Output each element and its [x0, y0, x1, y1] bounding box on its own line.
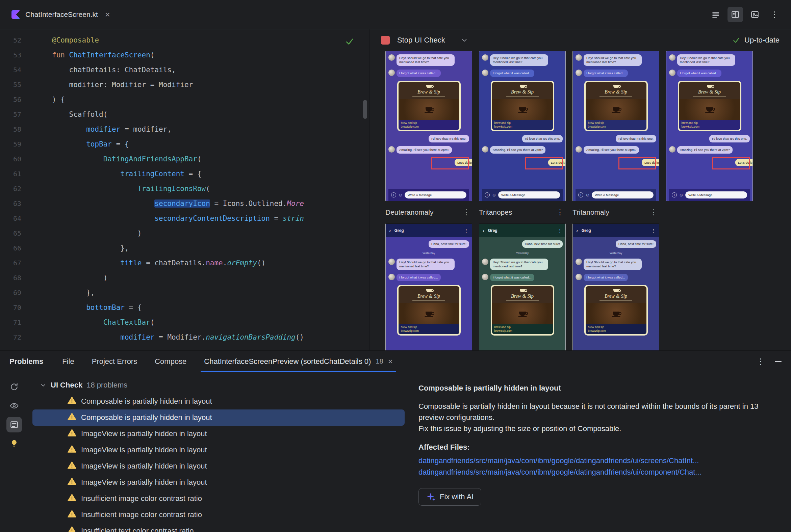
editor-scrollbar[interactable] — [363, 100, 367, 119]
chat-message-row: I forgot what it was called... — [482, 274, 563, 281]
chat-menu-kebab-icon[interactable]: ⋮ — [651, 228, 656, 233]
message-input[interactable]: Write A Message — [405, 191, 466, 198]
add-attachment-icon[interactable]: + — [391, 192, 396, 197]
code-line[interactable]: 52@Composable — [0, 33, 369, 48]
chevron-down-icon[interactable] — [40, 382, 47, 388]
code-line[interactable]: 68 ) — [0, 270, 369, 285]
problem-list-item[interactable]: Composable is partially hidden in layout — [33, 410, 405, 426]
emoji-icon[interactable]: ☺ — [679, 193, 683, 197]
problem-label: Insufficient image color contrast ratio — [81, 510, 202, 519]
code-editor[interactable]: 52@Composable53fun ChatInterfaceScreen(5… — [0, 30, 369, 350]
emoji-icon[interactable]: ☺ — [585, 193, 590, 197]
problem-list-item[interactable]: Composable is partially hidden in layout — [33, 393, 405, 410]
split-view-icon[interactable] — [728, 7, 743, 22]
add-attachment-icon[interactable]: + — [485, 192, 490, 197]
inspections-ok-icon[interactable] — [345, 37, 354, 48]
preview-canvas[interactable]: Hey! Should we go to that cafe you menti… — [369, 51, 791, 350]
panel-options-kebab-icon[interactable]: ⋮ — [757, 358, 765, 366]
preview-phone[interactable]: ‹Greg⋮Haha, next time for sure!Yesterday… — [479, 224, 566, 350]
editor-tab-bar: ChatInterfaceScreen.kt × ⋮ — [0, 0, 791, 30]
back-icon[interactable]: ‹ — [389, 228, 391, 233]
emoji-icon[interactable]: ☺ — [492, 193, 496, 197]
editor-tab[interactable]: ChatInterfaceScreen.kt × — [9, 0, 113, 29]
chevron-down-icon[interactable] — [461, 36, 468, 44]
stop-icon[interactable] — [381, 36, 390, 44]
code-line[interactable]: 57 Scaffold( — [0, 107, 369, 122]
panel-tab-1[interactable]: Project Errors — [92, 351, 137, 372]
preview-eye-icon[interactable] — [6, 398, 22, 414]
problem-list-item[interactable]: Insufficient text color contrast ratio — [33, 523, 405, 532]
problem-list-item[interactable]: ImageView is partially hidden in layout — [33, 474, 405, 491]
back-icon[interactable]: ‹ — [483, 228, 485, 233]
preview-options-kebab-icon[interactable]: ⋮ — [463, 208, 472, 217]
problem-list-item[interactable]: ImageView is partially hidden in layout — [33, 426, 405, 442]
card-logo: Brew & Sip — [586, 82, 646, 99]
design-view-icon[interactable] — [747, 7, 762, 22]
preview-phone[interactable]: Hey! Should we go to that cafe you menti… — [479, 51, 566, 201]
code-line[interactable]: 71 ChatTextBar( — [0, 315, 369, 330]
card-rule — [600, 96, 632, 97]
preview-phone[interactable]: ‹Greg⋮Haha, next time for sure!Yesterday… — [572, 224, 659, 350]
message-input[interactable]: Write A Message — [685, 191, 747, 198]
message-input[interactable]: Write A Message — [498, 191, 560, 198]
preview-phone[interactable]: Hey! Should we go to that cafe you menti… — [666, 51, 753, 201]
fix-with-ai-button[interactable]: Fix with AI — [419, 488, 481, 506]
code-line[interactable]: 70 bottomBar = { — [0, 300, 369, 315]
add-attachment-icon[interactable]: + — [578, 192, 583, 197]
line-number: 54 — [0, 62, 21, 77]
clipped-composable-highlight: Let's do it! — [619, 157, 656, 169]
affected-file-link[interactable]: datingandfriends/src/main/java/com/ibm/g… — [419, 455, 779, 467]
preview-phone[interactable]: ‹Greg⋮Haha, next time for sure!Yesterday… — [385, 224, 472, 350]
problem-list-item[interactable]: ImageView is partially hidden in layout — [33, 458, 405, 474]
chat-body: Haha, next time for sure!YesterdayHey! S… — [386, 237, 472, 350]
code-view-icon[interactable] — [708, 7, 723, 22]
refresh-icon[interactable] — [6, 379, 22, 395]
code-line[interactable]: 64 secondaryContentDescription = strin — [0, 211, 369, 226]
report-view-icon[interactable] — [6, 417, 22, 432]
affected-file-link[interactable]: datingandfriends/src/main/java/com/ibm/g… — [419, 467, 779, 478]
code-line[interactable]: 65 ) — [0, 226, 369, 241]
preview-phone[interactable]: Hey! Should we go to that cafe you menti… — [572, 51, 659, 201]
panel-tab-2[interactable]: Compose — [155, 351, 186, 372]
add-attachment-icon[interactable]: + — [672, 192, 677, 197]
preview-variant-label: Tritanopes — [479, 208, 512, 216]
chat-body: Hey! Should we go to that cafe you menti… — [666, 51, 753, 201]
card-rule — [506, 96, 539, 97]
problem-list-item[interactable]: ImageView is partially hidden in layout — [33, 442, 405, 458]
chat-menu-kebab-icon[interactable]: ⋮ — [464, 228, 468, 233]
warning-icon — [68, 526, 76, 532]
code-line[interactable]: 66 }, — [0, 241, 369, 255]
problem-list-item[interactable]: Insufficient image color contrast ratio — [33, 491, 405, 507]
stop-ui-check-button[interactable]: Stop UI Check — [397, 36, 445, 44]
message-input[interactable]: Write A Message — [592, 191, 654, 198]
chat-menu-kebab-icon[interactable]: ⋮ — [558, 228, 562, 233]
code-line[interactable]: 69 }, — [0, 285, 369, 300]
back-icon[interactable]: ‹ — [576, 228, 578, 233]
preview-options-kebab-icon[interactable]: ⋮ — [650, 208, 659, 217]
lightbulb-icon[interactable] — [6, 436, 22, 451]
problem-list-item[interactable]: Insufficient image color contrast ratio — [33, 507, 405, 523]
emoji-icon[interactable]: ☺ — [398, 193, 403, 197]
editor-options-kebab-icon[interactable]: ⋮ — [767, 7, 782, 22]
code-line[interactable]: 58 modifier = modifier, — [0, 122, 369, 137]
code-line[interactable]: 56) { — [0, 92, 369, 107]
code-line[interactable]: 61 trailingContent = { — [0, 166, 369, 181]
preview-options-kebab-icon[interactable]: ⋮ — [556, 208, 566, 217]
code-line[interactable]: 72 modifier = Modifier.navigationBarsPad… — [0, 330, 369, 345]
code-line[interactable]: 60 DatingAndFriendsAppBar( — [0, 152, 369, 166]
problems-group-header[interactable]: UI Check 18 problems — [29, 377, 409, 393]
code-line[interactable]: 55 modifier: Modifier = Modifier — [0, 77, 369, 92]
code-line[interactable]: 54 chatDetails: ChatDetails, — [0, 62, 369, 77]
tab-close-icon[interactable]: × — [105, 10, 110, 20]
preview-phone[interactable]: Hey! Should we go to that cafe you menti… — [385, 51, 472, 201]
minimize-panel-icon[interactable] — [775, 361, 781, 362]
code-line[interactable]: 53fun ChatInterfaceScreen( — [0, 48, 369, 62]
problem-label: Composable is partially hidden in layout — [81, 397, 212, 406]
code-line[interactable]: 62 TrailingIconsRow( — [0, 181, 369, 196]
tab-close-icon[interactable]: × — [388, 357, 393, 366]
code-line[interactable]: 59 topBar = { — [0, 137, 369, 152]
code-line[interactable]: 67 title = chatDetails.name.orEmpty() — [0, 255, 369, 270]
panel-tab-0[interactable]: File — [62, 351, 74, 372]
panel-tab-3[interactable]: ChatInterfaceScreenPreview (sortedChatDe… — [204, 351, 392, 372]
code-line[interactable]: 63 secondaryIcon = Icons.Outlined.More — [0, 196, 369, 211]
